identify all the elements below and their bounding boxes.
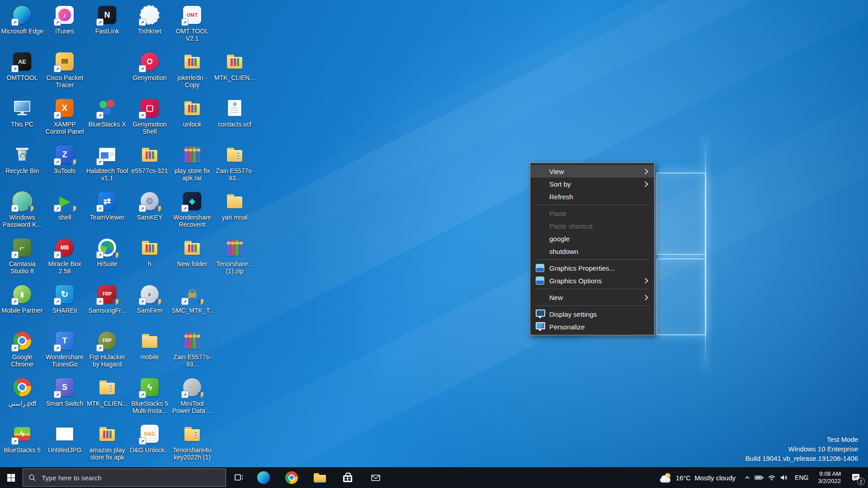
desktop-icon-mtk-clien[interactable]: MTK_CLIEN... <box>86 376 128 407</box>
desktop-icon-wondershare-recoverit[interactable]: ◆↗Wondershare Recoverit <box>171 190 213 228</box>
desktop-icon-h[interactable]: h <box>128 236 171 267</box>
context-menu-item-display-settings[interactable]: Display settings <box>530 308 654 320</box>
desktop-icon-omttool[interactable]: AE↗OMTTOOL <box>1 50 43 81</box>
context-menu-item-google[interactable]: google <box>530 232 654 245</box>
desktop-icon-samfirm[interactable]: ◗↗SamFirm <box>128 283 171 314</box>
desktop-icon-3utools[interactable]: Z↗3uTools <box>43 143 86 174</box>
context-menu-item-graphics-properties[interactable]: Graphics Properties... <box>530 262 654 274</box>
desktop-icon-this-pc[interactable]: This PC <box>1 97 43 128</box>
desktop-icon-mobile-partner[interactable]: ▮↗Mobile Partner <box>1 283 43 314</box>
desktop-icon-mobile[interactable]: mobile <box>128 329 171 361</box>
desktop-icon-smc-mtk-t[interactable]: ☠↗SMC_MTK_T... <box>171 283 213 321</box>
desktop-icon-contacts-vcf[interactable]: contacts.vcf <box>213 97 256 128</box>
context-menu-item-new[interactable]: New <box>530 291 654 304</box>
desktop-icon-xampp-control-panel[interactable]: X↗XAMPP Control Panel <box>43 97 86 135</box>
desktop-icon-zain-e5577s-93[interactable]: Zain E5577s-93... <box>213 143 256 182</box>
desktop-icon-fastlink[interactable]: N↗FastLink <box>86 4 128 35</box>
tray-expand[interactable] <box>741 467 753 488</box>
desktop-icon-bluestacks-5[interactable]: ϟ↗BlueStacks 5 <box>1 422 43 454</box>
desktop-icon-smart-switch[interactable]: S↗Smart Switch <box>43 376 86 407</box>
desktop-icon-jokerkrdn-copy[interactable]: jokerkrdn - Copy <box>171 50 213 89</box>
desktop-icon-new-folder[interactable]: New folder <box>171 236 213 267</box>
recoverit-icon: ◆↗ <box>182 191 202 211</box>
desktop-icon-tenorshare-1-zip[interactable]: Tenorshare... (1).zip <box>213 236 256 275</box>
desktop-icon-mtk-clien[interactable]: MTK_CLIEN... <box>213 50 256 81</box>
desktop-icon-hisuite[interactable]: ↗HiSuite <box>86 236 128 267</box>
taskbar-mail[interactable] <box>365 467 387 488</box>
desktop-icon-label: XAMPP Control Panel <box>43 121 86 135</box>
desktop-icon-cisco-packet-tracer[interactable]: ✉↗Cisco Packet Tracer <box>43 50 86 89</box>
context-menu-item-view[interactable]: View <box>530 165 654 178</box>
desktop-icon-tenorshare4u-key2022h-1[interactable]: Tenorshare4u key2022h (1) <box>171 422 213 461</box>
desktop-icon-zain-e5577s-93[interactable]: Zain E5577s-93... <box>171 329 213 368</box>
desktop-icon-d-g-unlock[interactable]: D&G↗D&G Unlock... <box>128 422 171 454</box>
desktop-icon-amazon-play-store-fix-apk[interactable]: amazon play store fix apk <box>86 422 128 461</box>
google-chrome-icon <box>12 377 32 397</box>
taskbar-chrome[interactable] <box>281 467 302 488</box>
desktop-icon-tishknet[interactable]: ↗Tishknet <box>128 4 171 35</box>
desktop-icon-shell[interactable]: ▶↗shell <box>43 190 86 221</box>
desktop-icon-play-store-fix-apk-rar[interactable]: play store fix apk.rar <box>171 143 213 182</box>
tray-battery[interactable] <box>753 467 765 488</box>
uac-shield-icon <box>156 206 161 212</box>
task-view-button[interactable] <box>228 467 250 488</box>
desktop-icon-genymotion-shell[interactable]: ▢↗Genymotion Shell <box>128 97 171 135</box>
context-menu-item-graphics-options[interactable]: Graphics Options <box>530 274 654 287</box>
desktop-icon-camtasia-studio-8[interactable]: ⌐↗Camtasia Studio 8 <box>1 236 43 275</box>
desktop-icon-minitool-power-data[interactable]: ▼↗MiniTool Power Data ... <box>171 376 213 414</box>
desktop-icon-e5577cs-321[interactable]: e5577cs-321 <box>128 143 171 174</box>
desktop-icon-untitledjpg[interactable]: UntitledJPG <box>43 422 86 454</box>
search-input[interactable] <box>41 474 210 482</box>
desktop-icon-bluestacks-5-multi-insta[interactable]: ϟ↗BlueStacks 5 Multi-Insta... <box>128 376 171 414</box>
desktop-icon-unlock[interactable]: unlock <box>171 97 213 128</box>
taskbar-clock[interactable]: 9:08 AM 3/2/2022 <box>813 470 845 485</box>
language-indicator[interactable]: ENG <box>790 474 813 481</box>
desktop-icon-genymotion[interactable]: O↗Genymotion <box>128 50 171 81</box>
desktop-icon-samkey[interactable]: ⚙↗SamKEY <box>128 190 171 221</box>
desktop-icon-frp-hijacker-by-hagard[interactable]: FRP↗Frp HiJacker by Hagard <box>86 329 128 368</box>
start-button[interactable] <box>0 467 22 488</box>
desktop-icon-recycle-bin[interactable]: Recycle Bin <box>1 143 43 174</box>
desktop-icon-pdf[interactable]: راستي.pdf <box>1 376 43 407</box>
omttool-icon: AE↗ <box>12 52 32 71</box>
context-menu-item-personalize[interactable]: Personalize <box>530 320 654 333</box>
desktop-icon-label: Microsoft Edge <box>1 28 43 35</box>
desktop-icon-halabtech-tool-v1-1[interactable]: ↗Halabtech Tool v1.1 <box>86 143 128 182</box>
submenu-chevron-icon <box>642 278 648 284</box>
taskbar-search[interactable] <box>23 469 226 487</box>
desktop-icon-label: Smart Switch <box>43 400 86 407</box>
desktop-icon-yari-mnal[interactable]: yari mnal <box>213 190 256 221</box>
action-center-button[interactable]: 2 <box>845 467 866 488</box>
contact-card-icon <box>225 98 245 118</box>
desktop-icon-shareit[interactable]: ↻↗SHAREit <box>43 283 86 314</box>
taskbar-weather[interactable]: 16°C Mostly cloudy <box>655 467 741 488</box>
system-watermark: Test Mode Windows 10 Enterprise Build 19… <box>745 435 858 463</box>
graphics-options-icon <box>536 277 544 285</box>
taskbar: 16°C Mostly cloudy ENG 9:08 AM 3/2/2022 … <box>0 467 868 488</box>
taskbar-file-explorer[interactable] <box>309 467 330 488</box>
desktop-icon-miracle-box-2-58[interactable]: MB↗Miracle Box 2.58 <box>43 236 86 275</box>
desktop-icon-teamviewer[interactable]: ⇄↗TeamViewer <box>86 190 128 221</box>
tray-icons <box>741 467 790 488</box>
microsoft-store-icon <box>343 475 352 482</box>
desktop-icon-wondershare-tunesgo[interactable]: T↗Wondershare TunesGo <box>43 329 86 368</box>
context-menu-item-refresh[interactable]: Refresh <box>530 190 654 203</box>
context-menu-item-sort-by[interactable]: Sort by <box>530 178 654 190</box>
desktop-icon-itunes[interactable]: ♪↗iTunes <box>43 4 86 35</box>
desktop-icon-samsungfr[interactable]: FRP↗SamsungFr... <box>86 283 128 314</box>
context-menu-item-shutdown[interactable]: shutdown <box>530 245 654 258</box>
desktop-icon-omt-tool-v2-1[interactable]: OMT↗OMT TOOL V2.1 <box>171 4 213 42</box>
taskbar-edge[interactable] <box>253 467 274 488</box>
taskbar-store[interactable] <box>337 467 359 488</box>
desktop-icon-windows-password-k[interactable]: ↗Windows Password K... <box>1 190 43 228</box>
desktop-icon-google-chrome[interactable]: ↗Google Chrome <box>1 329 43 368</box>
shortcut-arrow-icon: ↗ <box>54 344 61 352</box>
desktop-icon-microsoft-edge[interactable]: ↗Microsoft Edge <box>1 4 43 35</box>
desktop-icon-bluestacks-x[interactable]: ↗BlueStacks X <box>86 97 128 128</box>
shortcut-arrow-icon: ↗ <box>54 19 61 26</box>
shortcut-arrow-icon: ↗ <box>11 344 19 352</box>
shortcut-arrow-icon: ↗ <box>96 112 104 119</box>
tray-network[interactable] <box>765 467 778 488</box>
tray-volume[interactable] <box>778 467 790 488</box>
folder-icon <box>225 145 245 164</box>
